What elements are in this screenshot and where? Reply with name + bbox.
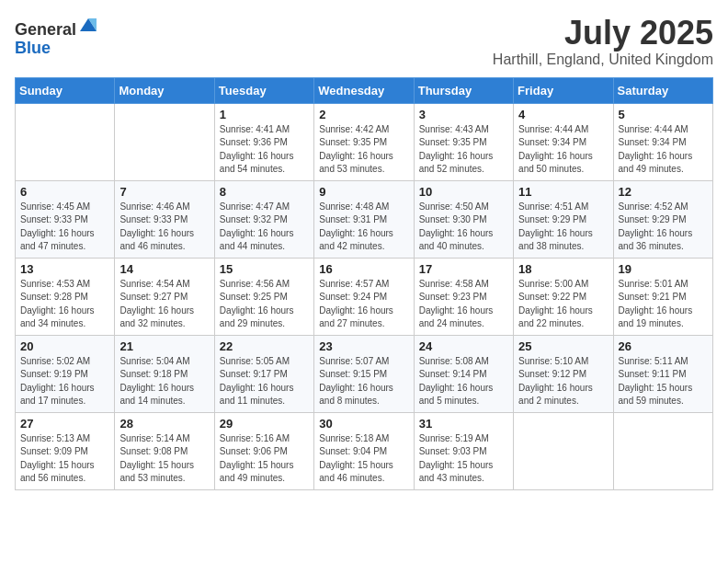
day-info: Sunrise: 4:48 AMSunset: 9:31 PMDaylight:… bbox=[319, 201, 408, 254]
day-number: 24 bbox=[419, 339, 508, 353]
calendar-cell: 6Sunrise: 4:45 AMSunset: 9:33 PMDaylight… bbox=[16, 180, 115, 258]
calendar-cell: 24Sunrise: 5:08 AMSunset: 9:14 PMDayligh… bbox=[414, 335, 513, 412]
calendar-cell bbox=[613, 412, 712, 489]
calendar-cell: 7Sunrise: 4:46 AMSunset: 9:33 PMDaylight… bbox=[115, 180, 214, 258]
day-info: Sunrise: 4:50 AMSunset: 9:30 PMDaylight:… bbox=[419, 201, 508, 254]
calendar-table: SundayMondayTuesdayWednesdayThursdayFrid… bbox=[15, 77, 713, 490]
day-info: Sunrise: 4:47 AMSunset: 9:32 PMDaylight:… bbox=[220, 201, 309, 254]
day-number: 14 bbox=[119, 262, 209, 276]
day-info: Sunrise: 5:13 AMSunset: 9:09 PMDaylight:… bbox=[20, 432, 109, 486]
day-number: 27 bbox=[20, 417, 109, 431]
day-number: 21 bbox=[119, 339, 209, 353]
calendar-cell: 8Sunrise: 4:47 AMSunset: 9:32 PMDaylight… bbox=[214, 180, 313, 258]
day-info: Sunrise: 4:52 AMSunset: 9:29 PMDaylight:… bbox=[619, 201, 708, 254]
day-number: 28 bbox=[119, 417, 209, 431]
calendar-cell: 1Sunrise: 4:41 AMSunset: 9:36 PMDaylight… bbox=[214, 103, 313, 180]
logo-icon bbox=[78, 15, 98, 35]
day-info: Sunrise: 4:45 AMSunset: 9:33 PMDaylight:… bbox=[20, 201, 109, 254]
calendar-cell: 26Sunrise: 5:11 AMSunset: 9:11 PMDayligh… bbox=[613, 335, 712, 412]
calendar-cell: 30Sunrise: 5:18 AMSunset: 9:04 PMDayligh… bbox=[314, 412, 414, 489]
day-info: Sunrise: 5:11 AMSunset: 9:11 PMDaylight:… bbox=[619, 355, 708, 408]
weekday-header-saturday: Saturday bbox=[613, 77, 712, 103]
calendar-cell: 29Sunrise: 5:16 AMSunset: 9:06 PMDayligh… bbox=[214, 412, 313, 489]
day-number: 13 bbox=[20, 262, 109, 276]
calendar-cell bbox=[514, 412, 613, 489]
logo-text-blue: Blue bbox=[15, 39, 51, 57]
calendar-cell: 10Sunrise: 4:50 AMSunset: 9:30 PMDayligh… bbox=[414, 180, 513, 258]
calendar-cell: 13Sunrise: 4:53 AMSunset: 9:28 PMDayligh… bbox=[16, 258, 115, 335]
day-info: Sunrise: 4:46 AMSunset: 9:33 PMDaylight:… bbox=[119, 201, 209, 254]
calendar-cell: 20Sunrise: 5:02 AMSunset: 9:19 PMDayligh… bbox=[16, 335, 115, 412]
weekday-header-wednesday: Wednesday bbox=[314, 77, 414, 103]
calendar-cell: 16Sunrise: 4:57 AMSunset: 9:24 PMDayligh… bbox=[314, 258, 414, 335]
calendar-week-row: 13Sunrise: 4:53 AMSunset: 9:28 PMDayligh… bbox=[16, 258, 713, 335]
day-info: Sunrise: 5:00 AMSunset: 9:22 PMDaylight:… bbox=[518, 278, 608, 331]
day-info: Sunrise: 4:58 AMSunset: 9:23 PMDaylight:… bbox=[419, 278, 508, 331]
day-number: 5 bbox=[619, 108, 708, 121]
day-number: 31 bbox=[419, 417, 508, 431]
day-info: Sunrise: 5:19 AMSunset: 9:03 PMDaylight:… bbox=[419, 432, 508, 486]
day-info: Sunrise: 4:56 AMSunset: 9:25 PMDaylight:… bbox=[220, 278, 309, 331]
weekday-header-friday: Friday bbox=[514, 77, 613, 103]
day-number: 10 bbox=[419, 185, 508, 199]
day-number: 16 bbox=[319, 262, 408, 276]
calendar-cell: 14Sunrise: 4:54 AMSunset: 9:27 PMDayligh… bbox=[115, 258, 214, 335]
day-info: Sunrise: 5:14 AMSunset: 9:08 PMDaylight:… bbox=[119, 432, 209, 486]
day-number: 1 bbox=[220, 108, 309, 121]
calendar-cell: 23Sunrise: 5:07 AMSunset: 9:15 PMDayligh… bbox=[314, 335, 414, 412]
day-info: Sunrise: 4:44 AMSunset: 9:34 PMDaylight:… bbox=[518, 123, 608, 177]
calendar-week-row: 20Sunrise: 5:02 AMSunset: 9:19 PMDayligh… bbox=[16, 335, 713, 412]
day-number: 17 bbox=[419, 262, 508, 276]
day-info: Sunrise: 4:44 AMSunset: 9:34 PMDaylight:… bbox=[619, 123, 708, 177]
day-number: 30 bbox=[319, 417, 408, 431]
calendar-cell: 31Sunrise: 5:19 AMSunset: 9:03 PMDayligh… bbox=[414, 412, 513, 489]
day-info: Sunrise: 5:18 AMSunset: 9:04 PMDaylight:… bbox=[319, 432, 408, 486]
day-number: 4 bbox=[518, 108, 608, 121]
day-number: 15 bbox=[220, 262, 309, 276]
logo-text-general: General bbox=[15, 20, 76, 39]
page-header: General Blue July 2025 Harthill, England… bbox=[15, 15, 713, 68]
day-info: Sunrise: 5:16 AMSunset: 9:06 PMDaylight:… bbox=[220, 432, 309, 486]
calendar-cell: 17Sunrise: 4:58 AMSunset: 9:23 PMDayligh… bbox=[414, 258, 513, 335]
day-info: Sunrise: 5:02 AMSunset: 9:19 PMDaylight:… bbox=[20, 355, 109, 408]
day-info: Sunrise: 5:05 AMSunset: 9:17 PMDaylight:… bbox=[220, 355, 309, 408]
day-number: 12 bbox=[619, 185, 708, 199]
day-number: 6 bbox=[20, 185, 109, 199]
day-info: Sunrise: 5:01 AMSunset: 9:21 PMDaylight:… bbox=[619, 278, 708, 331]
calendar-cell: 22Sunrise: 5:05 AMSunset: 9:17 PMDayligh… bbox=[214, 335, 313, 412]
calendar-cell: 4Sunrise: 4:44 AMSunset: 9:34 PMDaylight… bbox=[514, 103, 613, 180]
calendar-cell: 25Sunrise: 5:10 AMSunset: 9:12 PMDayligh… bbox=[514, 335, 613, 412]
title-section: July 2025 Harthill, England, United King… bbox=[493, 15, 713, 68]
logo: General Blue bbox=[15, 15, 98, 58]
calendar-cell: 3Sunrise: 4:43 AMSunset: 9:35 PMDaylight… bbox=[414, 103, 513, 180]
calendar-cell: 2Sunrise: 4:42 AMSunset: 9:35 PMDaylight… bbox=[314, 103, 414, 180]
calendar-cell: 21Sunrise: 5:04 AMSunset: 9:18 PMDayligh… bbox=[115, 335, 214, 412]
day-number: 29 bbox=[220, 417, 309, 431]
day-number: 23 bbox=[319, 339, 408, 353]
calendar-cell: 9Sunrise: 4:48 AMSunset: 9:31 PMDaylight… bbox=[314, 180, 414, 258]
day-number: 22 bbox=[220, 339, 309, 353]
weekday-header-row: SundayMondayTuesdayWednesdayThursdayFrid… bbox=[16, 77, 713, 103]
day-number: 9 bbox=[319, 185, 408, 199]
calendar-week-row: 27Sunrise: 5:13 AMSunset: 9:09 PMDayligh… bbox=[16, 412, 713, 489]
day-number: 18 bbox=[518, 262, 608, 276]
day-info: Sunrise: 5:08 AMSunset: 9:14 PMDaylight:… bbox=[419, 355, 508, 408]
day-number: 20 bbox=[20, 339, 109, 353]
weekday-header-monday: Monday bbox=[115, 77, 214, 103]
day-info: Sunrise: 4:53 AMSunset: 9:28 PMDaylight:… bbox=[20, 278, 109, 331]
day-info: Sunrise: 4:54 AMSunset: 9:27 PMDaylight:… bbox=[119, 278, 209, 331]
calendar-cell: 5Sunrise: 4:44 AMSunset: 9:34 PMDaylight… bbox=[613, 103, 712, 180]
day-number: 8 bbox=[220, 185, 309, 199]
calendar-cell: 11Sunrise: 4:51 AMSunset: 9:29 PMDayligh… bbox=[514, 180, 613, 258]
weekday-header-sunday: Sunday bbox=[16, 77, 115, 103]
day-number: 3 bbox=[419, 108, 508, 121]
calendar-week-row: 6Sunrise: 4:45 AMSunset: 9:33 PMDaylight… bbox=[16, 180, 713, 258]
month-title: July 2025 bbox=[493, 15, 713, 52]
calendar-week-row: 1Sunrise: 4:41 AMSunset: 9:36 PMDaylight… bbox=[16, 103, 713, 180]
day-number: 19 bbox=[619, 262, 708, 276]
day-info: Sunrise: 5:04 AMSunset: 9:18 PMDaylight:… bbox=[119, 355, 209, 408]
weekday-header-thursday: Thursday bbox=[414, 77, 513, 103]
day-number: 25 bbox=[518, 339, 608, 353]
day-info: Sunrise: 5:10 AMSunset: 9:12 PMDaylight:… bbox=[518, 355, 608, 408]
location-title: Harthill, England, United Kingdom bbox=[493, 52, 713, 68]
